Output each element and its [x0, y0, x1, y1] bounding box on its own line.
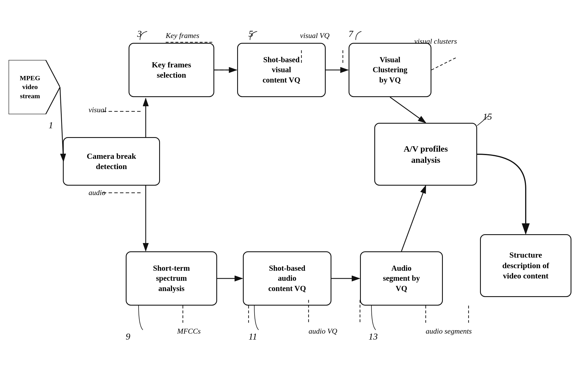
number-9: 9	[126, 331, 130, 342]
audio-segment-box: Audiosegment byVQ	[360, 251, 443, 306]
av-profiles-box: A/V profilesanalysis	[374, 123, 477, 186]
number-7: 7	[349, 29, 353, 39]
audio-vq-label: audio VQ	[309, 327, 337, 336]
number-3: 3	[137, 29, 142, 39]
structure-desc-box: Structuredescription ofvideo content	[480, 234, 571, 297]
mpeg-box: MPEGvideostream	[9, 60, 60, 114]
number-11: 11	[249, 331, 257, 342]
visual-label: visual	[89, 106, 106, 114]
audio-label: audio	[89, 188, 105, 197]
mfccs-label: MFCCs	[177, 327, 201, 336]
number-13: 13	[369, 331, 378, 342]
number-1: 1	[49, 120, 53, 131]
short-term-box: Short-termspectrumanalysis	[126, 251, 217, 306]
key-frames-label: Key frames	[166, 31, 199, 40]
number-5: 5	[249, 29, 253, 39]
camera-break-box: Camera breakdetection	[63, 137, 160, 186]
number-15: 15	[483, 111, 492, 122]
key-frames-box: Key framesselection	[129, 43, 214, 97]
svg-line-14	[431, 57, 457, 70]
visual-vq-label: visual VQ	[300, 31, 329, 40]
svg-line-15	[401, 186, 426, 251]
visual-clusters-label: visual clusters	[414, 37, 457, 46]
visual-clustering-box: VisualClusteringby VQ	[349, 43, 431, 97]
shot-visual-box: Shot-basedvisualcontent VQ	[237, 43, 326, 97]
audio-segments-label: audio segments	[426, 327, 472, 336]
shot-audio-box: Shot-basedaudiocontent VQ	[243, 251, 331, 306]
svg-line-13	[390, 97, 426, 123]
